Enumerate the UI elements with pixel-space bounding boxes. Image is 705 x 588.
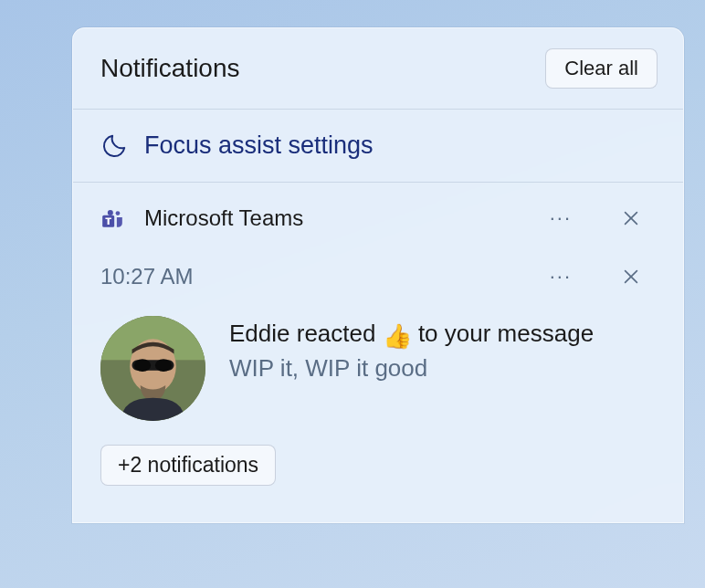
close-icon <box>621 208 641 228</box>
notification-text: Eddie reacted 👍 to your message WIP it, … <box>229 316 656 421</box>
ellipsis-icon: ··· <box>550 267 572 287</box>
close-icon <box>621 267 641 287</box>
notification-meta-row: 10:27 AM ··· <box>73 243 683 303</box>
notification-body: WIP it, WIP it good <box>229 354 656 383</box>
moon-icon <box>100 132 128 160</box>
app-close-button[interactable] <box>614 201 656 236</box>
panel-header: Notifications Clear all <box>73 28 683 110</box>
more-notifications-button[interactable]: +2 notifications <box>100 445 276 486</box>
notification-app-row: Microsoft Teams ··· <box>73 183 683 243</box>
svg-point-1 <box>108 210 113 215</box>
notification-content[interactable]: Eddie reacted 👍 to your message WIP it, … <box>73 303 683 421</box>
notification-timestamp: 10:27 AM <box>100 264 542 289</box>
focus-assist-row[interactable]: Focus assist settings <box>73 110 683 183</box>
teams-icon <box>100 206 124 230</box>
ellipsis-icon: ··· <box>550 208 572 228</box>
notification-title-prefix: Eddie reacted <box>229 320 383 347</box>
notification-title-suffix: to your message <box>412 320 594 347</box>
notification-app-name: Microsoft Teams <box>144 205 542 231</box>
app-more-button[interactable]: ··· <box>542 201 614 236</box>
notification-title: Eddie reacted 👍 to your message <box>229 318 656 352</box>
avatar <box>100 316 205 421</box>
item-more-button[interactable]: ··· <box>542 259 614 294</box>
svg-point-11 <box>134 359 151 372</box>
svg-point-12 <box>155 359 172 372</box>
item-close-button[interactable] <box>614 259 656 294</box>
svg-point-0 <box>116 211 121 215</box>
more-notifications-row: +2 notifications <box>73 421 683 486</box>
panel-title: Notifications <box>100 54 240 83</box>
focus-assist-label: Focus assist settings <box>144 131 374 160</box>
clear-all-button[interactable]: Clear all <box>545 48 658 89</box>
notification-panel: Notifications Clear all Focus assist set… <box>72 27 684 523</box>
thumbs-up-icon: 👍 <box>383 320 412 352</box>
